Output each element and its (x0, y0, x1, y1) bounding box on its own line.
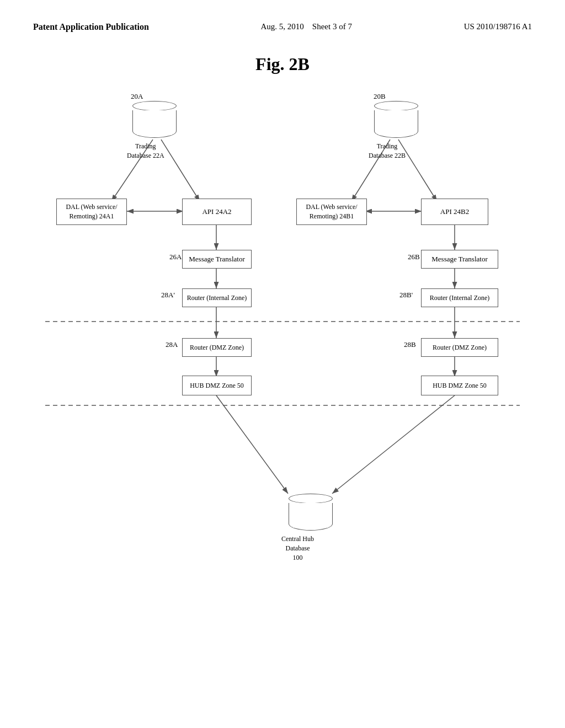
left-db-label: TradingDatabase 22A (127, 142, 164, 160)
right-system-label: 20B (374, 92, 386, 101)
svg-line-17 (332, 395, 455, 494)
left-dal-box: DAL (Web service/Remoting) 24A1 (56, 199, 127, 225)
right-dal-box: DAL (Web service/Remoting) 24B1 (296, 199, 367, 225)
cylinder-top-right (374, 101, 418, 111)
svg-line-16 (216, 395, 288, 494)
left-system-label: 20A (131, 92, 143, 101)
left-trading-db (132, 101, 177, 138)
left-router-int-label: 28A' (161, 291, 175, 299)
central-hub-db (289, 494, 333, 531)
right-hub-dmz: HUB DMZ Zone 50 (421, 376, 498, 395)
right-router-int-label: 28B' (399, 291, 413, 299)
right-message-translator: Message Translator (421, 250, 498, 269)
page-header: Patent Application Publication Aug. 5, 2… (0, 0, 565, 43)
right-api-box: API 24B2 (421, 199, 488, 225)
central-hub-cylinder-top (289, 494, 333, 504)
header-center: Aug. 5, 2010 Sheet 3 of 7 (261, 22, 352, 31)
right-trading-db (374, 101, 418, 138)
right-mt-label: 26B (408, 253, 420, 261)
left-message-translator: Message Translator (182, 250, 252, 269)
cylinder-body-right (374, 110, 418, 138)
right-router-internal: Router (Internal Zone) (421, 288, 498, 307)
left-router-dmz-label: 28A (166, 340, 178, 349)
right-router-dmz-label: 28B (404, 340, 416, 349)
right-router-dmz: Router (DMZ Zone) (421, 338, 498, 357)
cylinder-top-left (132, 101, 177, 111)
left-hub-dmz: HUB DMZ Zone 50 (182, 376, 252, 395)
figure-title: Fig. 2B (0, 54, 565, 74)
header-right: US 2010/198716 A1 (464, 22, 532, 31)
left-mt-label: 26A (169, 253, 182, 261)
central-hub-cylinder-body (289, 503, 333, 531)
left-api-box: API 24A2 (182, 199, 252, 225)
cylinder-body-left (132, 110, 177, 138)
right-db-label: TradingDatabase 22B (369, 142, 406, 160)
svg-line-3 (161, 140, 200, 201)
left-router-internal: Router (Internal Zone) (182, 288, 252, 307)
diagram-container: 20A 20B TradingDatabase 22A TradingDatab… (45, 91, 520, 598)
left-router-dmz: Router (DMZ Zone) (182, 338, 252, 357)
header-left: Patent Application Publication (33, 22, 149, 32)
central-hub-label: Central HubDatabase100 (281, 534, 314, 562)
